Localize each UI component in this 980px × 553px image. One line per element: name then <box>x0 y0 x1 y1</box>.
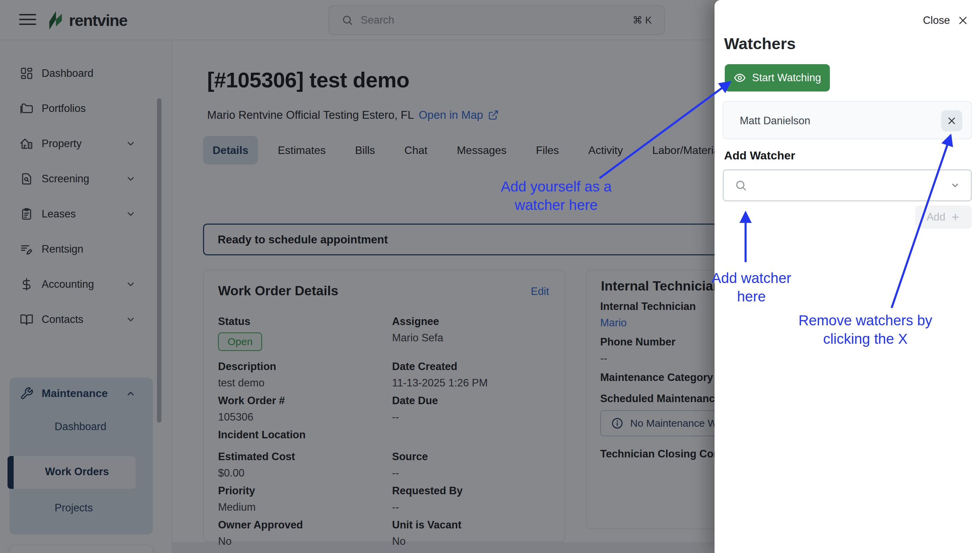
start-watching-button[interactable]: Start Watching <box>725 64 830 91</box>
add-watcher-search-input[interactable] <box>754 179 943 191</box>
close-icon <box>958 15 969 26</box>
x-icon <box>947 116 956 126</box>
app-window: rentvine ⌘ K Dashboard Portfolios <box>0 0 980 553</box>
chevron-down-icon <box>950 180 960 190</box>
watchers-title: Watchers <box>724 34 796 53</box>
watcher-list-item: Matt Danielson <box>723 101 972 139</box>
watchers-panel: Close Watchers Start Watching Matt Danie… <box>714 0 980 553</box>
eye-icon <box>733 72 746 84</box>
add-watcher-button-disabled[interactable]: Add <box>915 206 972 229</box>
watcher-name: Matt Danielson <box>740 115 810 127</box>
add-watcher-combobox[interactable] <box>723 169 972 201</box>
plus-icon <box>950 212 961 222</box>
search-icon <box>735 179 747 191</box>
close-button[interactable]: Close <box>923 14 969 27</box>
add-watcher-label: Add Watcher <box>724 149 795 162</box>
remove-watcher-button[interactable] <box>941 110 962 131</box>
